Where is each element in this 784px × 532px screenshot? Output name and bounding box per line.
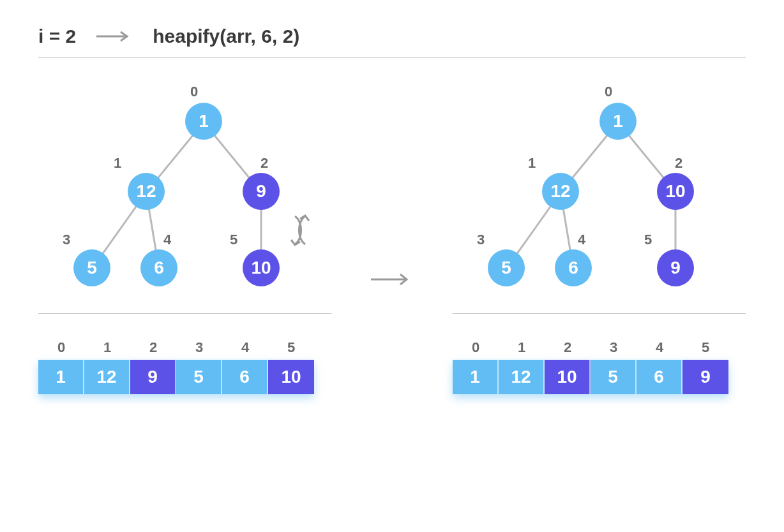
array-cell: 10 [545,360,591,394]
array-cell: 1 [38,360,84,394]
node-index-label: 3 [477,232,485,248]
tree-node: 6 [555,249,592,286]
array-index-label: 5 [268,339,314,356]
array-indices: 012345 [38,339,331,356]
array-cell: 12 [499,360,545,394]
array-cell: 5 [176,360,222,394]
array-cell: 12 [84,360,130,394]
array-row: 11210569 [453,360,728,394]
tree-node: 1 [599,103,637,140]
array-cell: 9 [130,360,176,394]
array-cell: 6 [637,360,682,394]
tree-node: 9 [657,249,694,286]
tree-node: 9 [243,173,280,210]
node-index-label: 2 [675,155,682,172]
divider [38,57,746,58]
array-before: 012345 11295610 [38,339,331,394]
array-row: 11295610 [38,360,314,394]
node-index-label: 1 [528,155,536,172]
array-index-label: 1 [499,339,545,356]
node-index-label: 4 [163,232,171,248]
divider [38,313,331,314]
array-index-label: 4 [222,339,268,356]
tree-before: 10121925364105 [38,84,331,300]
step-header: i = 2 heapify(arr, 6, 2) [38,26,746,47]
node-index-label: 5 [230,232,237,248]
array-after: 012345 11210569 [453,339,746,394]
tree-node: 10 [243,249,280,286]
array-cell: 1 [453,360,499,394]
array-cell: 9 [682,360,728,394]
array-cell: 6 [222,360,268,394]
array-indices: 012345 [453,339,746,356]
node-index-label: 1 [114,155,121,172]
array-index-label: 1 [84,339,130,356]
array-index-label: 2 [130,339,176,356]
tree-node: 12 [542,173,579,210]
array-cell: 10 [268,360,314,394]
tree-node: 12 [128,173,165,210]
diagram-panels: 10121925364105 012345 11295610 101211025… [38,84,746,394]
node-index-label: 3 [63,232,70,248]
step-call-label: heapify(arr, 6, 2) [153,26,299,47]
after-panel: 10121102536495 012345 11210569 [453,84,746,394]
array-index-label: 2 [545,339,591,356]
node-index-label: 5 [644,232,652,248]
tree-node: 1 [185,103,222,140]
array-index-label: 0 [453,339,499,356]
node-index-label: 0 [190,84,198,100]
array-index-label: 4 [637,339,682,356]
step-index-label: i = 2 [38,26,76,47]
tree-node: 10 [657,173,694,210]
node-index-label: 4 [578,232,585,248]
tree-node: 5 [488,249,525,286]
arrow-right-icon [370,272,414,290]
node-index-label: 2 [260,155,268,172]
tree-node: 5 [73,249,110,286]
before-panel: 10121925364105 012345 11295610 [38,84,331,394]
array-index-label: 5 [682,339,728,356]
array-index-label: 3 [591,339,637,356]
array-index-label: 0 [38,339,84,356]
swap-icon [286,211,314,252]
tree-after: 10121102536495 [453,84,746,300]
arrow-right-icon [95,30,133,43]
array-index-label: 3 [176,339,222,356]
divider [453,313,746,314]
node-index-label: 0 [605,84,612,100]
array-cell: 5 [591,360,637,394]
tree-node: 6 [140,249,177,286]
